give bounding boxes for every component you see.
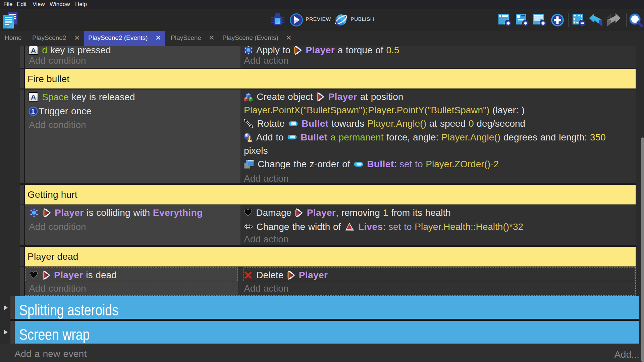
svg-text:A: A — [31, 46, 36, 54]
svg-text:1: 1 — [31, 108, 35, 115]
svg-text:A: A — [31, 93, 36, 101]
